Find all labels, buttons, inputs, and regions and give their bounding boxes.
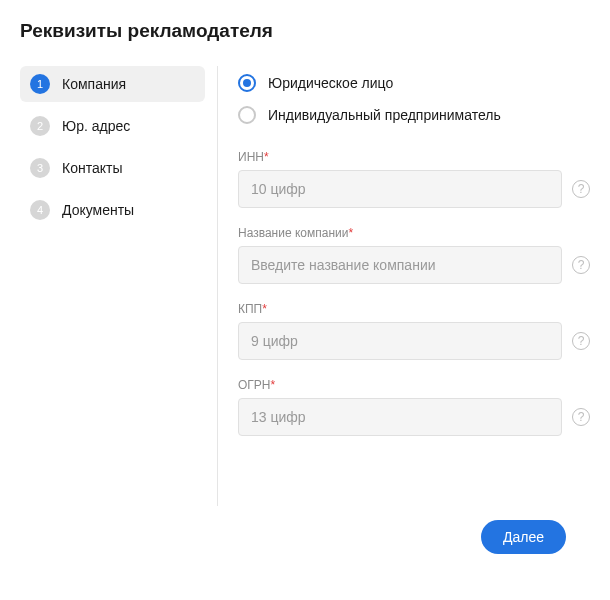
step-number-icon: 3: [30, 158, 50, 178]
step-number-icon: 2: [30, 116, 50, 136]
required-mark: *: [348, 226, 353, 240]
radio-icon: [238, 106, 256, 124]
field-ogrn: ОГРН* ?: [238, 378, 590, 436]
field-label: ОГРН*: [238, 378, 590, 392]
company-name-input[interactable]: [238, 246, 562, 284]
ogrn-input[interactable]: [238, 398, 562, 436]
step-company[interactable]: 1 Компания: [20, 66, 205, 102]
field-label: КПП*: [238, 302, 590, 316]
help-icon[interactable]: ?: [572, 408, 590, 426]
next-button[interactable]: Далее: [481, 520, 566, 554]
step-number-icon: 4: [30, 200, 50, 220]
step-label: Компания: [62, 76, 126, 92]
input-row: ?: [238, 322, 590, 360]
input-row: ?: [238, 246, 590, 284]
field-label: Название компании*: [238, 226, 590, 240]
form-container: Реквизиты рекламодателя 1 Компания 2 Юр.…: [0, 0, 610, 554]
required-mark: *: [262, 302, 267, 316]
main-layout: 1 Компания 2 Юр. адрес 3 Контакты 4 Доку…: [20, 66, 590, 506]
help-icon[interactable]: ?: [572, 332, 590, 350]
kpp-input[interactable]: [238, 322, 562, 360]
field-inn: ИНН* ?: [238, 150, 590, 208]
step-label: Контакты: [62, 160, 122, 176]
help-icon[interactable]: ?: [572, 256, 590, 274]
input-row: ?: [238, 170, 590, 208]
page-title: Реквизиты рекламодателя: [20, 20, 590, 42]
company-form: Юридическое лицо Индивидуальный предприн…: [238, 66, 590, 506]
steps-sidebar: 1 Компания 2 Юр. адрес 3 Контакты 4 Доку…: [20, 66, 205, 506]
radio-legal-entity[interactable]: Юридическое лицо: [238, 74, 590, 92]
inn-input[interactable]: [238, 170, 562, 208]
step-label: Юр. адрес: [62, 118, 130, 134]
step-documents[interactable]: 4 Документы: [20, 192, 205, 228]
label-text: ИНН: [238, 150, 264, 164]
label-text: КПП: [238, 302, 262, 316]
step-legal-address[interactable]: 2 Юр. адрес: [20, 108, 205, 144]
help-icon[interactable]: ?: [572, 180, 590, 198]
label-text: ОГРН: [238, 378, 271, 392]
input-row: ?: [238, 398, 590, 436]
field-label: ИНН*: [238, 150, 590, 164]
radio-icon: [238, 74, 256, 92]
entity-type-radio-group: Юридическое лицо Индивидуальный предприн…: [238, 74, 590, 124]
radio-label: Индивидуальный предприниматель: [268, 107, 501, 123]
required-mark: *: [264, 150, 269, 164]
step-label: Документы: [62, 202, 134, 218]
field-kpp: КПП* ?: [238, 302, 590, 360]
vertical-divider: [217, 66, 218, 506]
field-company-name: Название компании* ?: [238, 226, 590, 284]
label-text: Название компании: [238, 226, 348, 240]
radio-label: Юридическое лицо: [268, 75, 393, 91]
step-contacts[interactable]: 3 Контакты: [20, 150, 205, 186]
radio-individual-entrepreneur[interactable]: Индивидуальный предприниматель: [238, 106, 590, 124]
required-mark: *: [271, 378, 276, 392]
step-number-icon: 1: [30, 74, 50, 94]
form-footer: Далее: [20, 506, 590, 554]
